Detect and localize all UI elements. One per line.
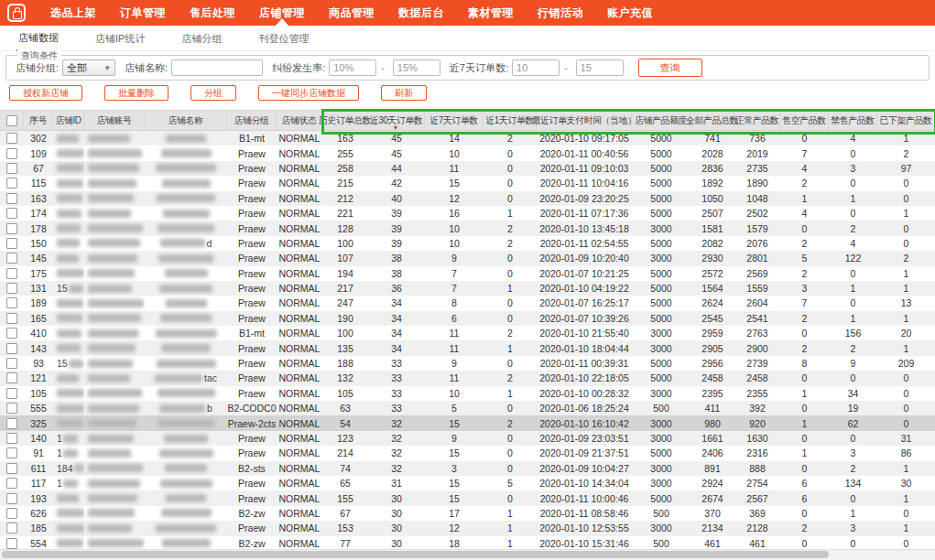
shop-bag-logo-icon[interactable] [7, 4, 26, 22]
cell-delisted-products: 0 [877, 401, 935, 415]
table-row[interactable]: 165PraewNORMAL19034602020-01-07 10:39:26… [0, 311, 935, 326]
table-row[interactable]: 109PraewNORMAL255451002020-01-11 00:40:5… [0, 145, 935, 160]
table-row[interactable]: 626B2-zwNORMAL67301712020-01-11 08:58:46… [0, 506, 935, 521]
table-row[interactable]: 150dPraewNORMAL100391022020-01-11 02:54:… [0, 236, 935, 251]
row-checkbox[interactable] [6, 538, 17, 549]
table-row[interactable]: 174PraewNORMAL221391612020-01-11 07:17:3… [0, 206, 935, 221]
table-row[interactable]: 302B1-mtNORMAL163451422020-01-10 09:17:0… [0, 131, 935, 145]
toolbar-button-1[interactable]: 批量删除 [104, 85, 169, 101]
table-row[interactable]: 121tacPraewNORMAL132331122020-01-10 22:1… [0, 371, 935, 385]
row-checkbox[interactable] [6, 403, 17, 414]
select-all-checkbox[interactable] [6, 115, 17, 126]
row-checkbox[interactable] [6, 388, 17, 399]
cell-last-pay-time: 2020-01-10 14:34:04 [537, 476, 632, 490]
table-row[interactable]: 325Praew-2ctsNORMAL54321522020-01-10 16:… [0, 415, 935, 430]
toolbar-button-4[interactable]: 刷新 [381, 85, 427, 101]
cell-orders-1d: 5 [484, 476, 537, 490]
row-checkbox[interactable] [6, 268, 17, 279]
cell-orders-30d: 42 [368, 176, 425, 190]
table-row[interactable]: 911PraewNORMAL214321502020-01-09 21:37:5… [0, 446, 935, 460]
table-row[interactable]: 13115PraewNORMAL21736712020-01-10 04:19:… [0, 281, 935, 296]
horizontal-scrollbar[interactable] [0, 549, 935, 560]
table-row[interactable]: 67PraewNORMAL258441102020-01-11 09:10:03… [0, 161, 935, 176]
table-row[interactable]: 193PraewNORMAL155301502020-01-11 10:00:4… [0, 490, 935, 505]
cell-soldout-products: 2 [780, 176, 829, 190]
rate-to-input[interactable] [393, 59, 440, 76]
row-checkbox[interactable] [6, 522, 17, 533]
row-checkbox[interactable] [6, 447, 17, 458]
toolbar-button-2[interactable]: 分组 [190, 85, 236, 101]
table-row[interactable]: 555bB2-CODC0NORMAL6333502020-01-06 18:25… [0, 401, 935, 415]
row-checkbox[interactable] [6, 178, 17, 188]
row-checkbox[interactable] [6, 193, 17, 204]
select-all-checkbox-cell[interactable] [0, 111, 24, 130]
cell-store-group: Praew [227, 371, 277, 385]
table-row[interactable]: 145PraewNORMAL10738902020-01-09 10:20:40… [0, 251, 935, 265]
row-checkbox[interactable] [6, 313, 17, 324]
cell-normal-products: 2502 [734, 206, 780, 221]
tab-3[interactable]: 刊登位管理 [256, 27, 310, 50]
table-row[interactable]: 175PraewNORMAL19438702020-01-07 10:21:25… [0, 266, 935, 281]
row-checkbox[interactable] [6, 433, 17, 444]
row-checkbox[interactable] [6, 478, 17, 489]
horizontal-scrollbar-thumb[interactable] [2, 551, 829, 558]
orders-to-input[interactable] [576, 59, 624, 76]
row-checkbox[interactable] [6, 493, 17, 504]
cell-delisted-products: 1 [877, 281, 935, 296]
table-row[interactable]: 1171PraewNORMAL65311552020-01-10 14:34:0… [0, 476, 935, 490]
row-checkbox[interactable] [6, 223, 17, 234]
tab-2[interactable]: 店铺分组 [179, 27, 223, 50]
table-row[interactable]: 115PraewNORMAL215421502020-01-11 10:04:1… [0, 176, 935, 190]
table-row[interactable]: 105PraewNORMAL105331012020-01-10 00:28:3… [0, 386, 935, 401]
row-checkbox[interactable] [6, 328, 17, 339]
row-checkbox[interactable] [6, 253, 17, 264]
nav-item-4[interactable]: 商品管理 [329, 5, 375, 21]
orders-from-input[interactable] [512, 59, 560, 76]
cell-banned-products: 62 [829, 415, 877, 430]
table-row[interactable]: 163PraewNORMAL212401202020-01-09 23:20:2… [0, 191, 935, 206]
nav-item-1[interactable]: 订单管理 [120, 5, 166, 21]
row-checkbox[interactable] [6, 372, 17, 383]
tab-1[interactable]: 店铺IP统计 [93, 27, 147, 50]
cell-quota: 500 [632, 401, 690, 415]
row-checkbox[interactable] [6, 163, 17, 174]
row-checkbox[interactable] [6, 463, 17, 474]
table-row[interactable]: 178PraewNORMAL128391022020-01-10 13:45:1… [0, 221, 935, 235]
row-checkbox[interactable] [6, 343, 17, 354]
nav-item-2[interactable]: 售后处理 [190, 5, 235, 21]
row-checkbox[interactable] [6, 358, 17, 369]
table-row[interactable]: 185PraewNORMAL153301212020-01-10 12:53:5… [0, 521, 935, 535]
row-checkbox[interactable] [6, 508, 17, 519]
table-row[interactable]: 1401PraewNORMAL12332902020-01-09 23:03:5… [0, 431, 935, 446]
store-name-input[interactable] [171, 59, 263, 76]
nav-item-8[interactable]: 账户充值 [607, 5, 653, 21]
row-checkbox[interactable] [6, 238, 17, 249]
row-checkbox[interactable] [6, 208, 17, 219]
table-row[interactable]: 189PraewNORMAL24734802020-01-07 16:25:17… [0, 296, 935, 310]
table-row[interactable]: 410B1-mtNORMAL100341122020-01-10 21:55:4… [0, 326, 935, 340]
table-row[interactable]: 611184B2-stsNORMAL7432302020-01-09 10:04… [0, 461, 935, 476]
tab-0[interactable]: 店铺数据 [16, 26, 60, 51]
nav-item-6[interactable]: 素材管理 [468, 5, 514, 21]
cell-orders-7d: 15 [425, 476, 484, 490]
table-row[interactable]: 9315PraewNORMAL18833902020-01-11 00:39:3… [0, 356, 935, 371]
row-checkbox[interactable] [6, 148, 17, 159]
search-button[interactable]: 查询 [638, 59, 702, 77]
nav-item-0[interactable]: 选品上架 [50, 5, 96, 21]
toolbar-button-3[interactable]: 一键同步店铺数据 [258, 85, 359, 101]
rate-from-input[interactable] [329, 59, 376, 76]
nav-item-7[interactable]: 行销活动 [538, 5, 583, 21]
row-checkbox[interactable] [6, 283, 17, 294]
table-row[interactable]: 143PraewNORMAL135341112020-01-10 18:04:4… [0, 340, 935, 355]
cell-soldout-products: 0 [780, 131, 829, 145]
sort-desc-icon[interactable]: ▼ [393, 124, 398, 131]
row-checkbox[interactable] [6, 418, 17, 429]
row-checkbox[interactable] [6, 297, 17, 308]
cell-store-status: NORMAL [277, 356, 322, 371]
cell-store-status: NORMAL [277, 145, 322, 160]
row-checkbox[interactable] [6, 133, 17, 144]
redacted-store-id [57, 254, 79, 263]
toolbar-button-0[interactable]: 授权新店铺 [9, 85, 82, 101]
store-group-select[interactable]: 全部 ▼ [62, 59, 115, 76]
nav-item-5[interactable]: 数据后台 [398, 5, 444, 21]
